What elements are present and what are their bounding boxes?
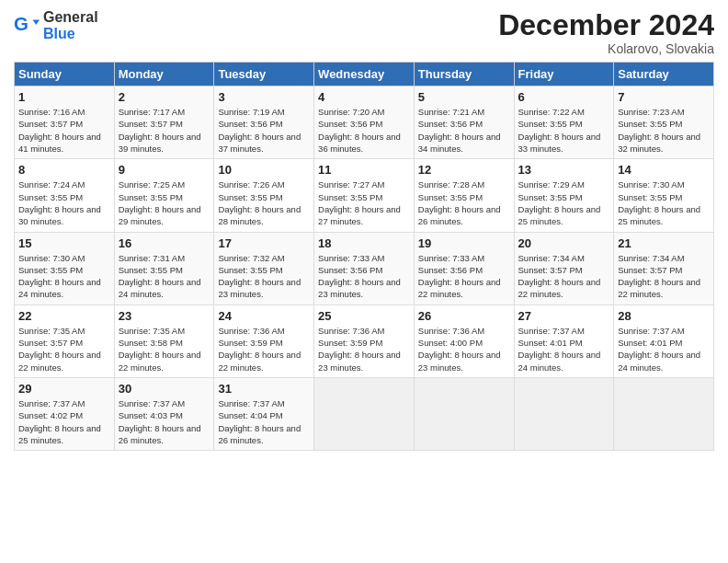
day-number: 8 <box>18 163 110 177</box>
day-info: Sunrise: 7:27 AMSunset: 3:55 PMDaylight:… <box>318 179 401 226</box>
day-info: Sunrise: 7:25 AMSunset: 3:55 PMDaylight:… <box>119 179 201 226</box>
calendar-cell: 3 Sunrise: 7:19 AMSunset: 3:56 PMDayligh… <box>214 86 314 159</box>
calendar-cell: 5 Sunrise: 7:21 AMSunset: 3:56 PMDayligh… <box>414 86 514 159</box>
day-number: 18 <box>318 236 410 250</box>
day-number: 5 <box>418 90 510 104</box>
day-info: Sunrise: 7:37 AMSunset: 4:04 PMDaylight:… <box>218 398 301 445</box>
header-row: G General Blue December 2024 Kolarovo, S… <box>14 9 714 56</box>
calendar-cell: 29 Sunrise: 7:37 AMSunset: 4:02 PMDaylig… <box>15 377 115 450</box>
calendar-cell: 9 Sunrise: 7:25 AMSunset: 3:55 PMDayligh… <box>114 159 214 232</box>
day-number: 14 <box>618 163 710 177</box>
day-number: 31 <box>218 382 310 396</box>
day-header-monday: Monday <box>114 63 214 86</box>
day-number: 1 <box>18 90 110 104</box>
day-info: Sunrise: 7:28 AMSunset: 3:55 PMDaylight:… <box>418 179 501 226</box>
calendar-cell: 11 Sunrise: 7:27 AMSunset: 3:55 PMDaylig… <box>314 159 415 232</box>
day-header-friday: Friday <box>514 63 614 86</box>
day-info: Sunrise: 7:35 AMSunset: 3:57 PMDaylight:… <box>18 326 101 373</box>
day-info: Sunrise: 7:26 AMSunset: 3:55 PMDaylight:… <box>218 179 301 226</box>
day-number: 7 <box>618 90 710 104</box>
location: Kolarovo, Slovakia <box>498 41 714 56</box>
calendar-cell: 31 Sunrise: 7:37 AMSunset: 4:04 PMDaylig… <box>214 377 314 450</box>
calendar-container: G General Blue December 2024 Kolarovo, S… <box>0 0 728 460</box>
day-number: 29 <box>18 382 110 396</box>
day-info: Sunrise: 7:23 AMSunset: 3:55 PMDaylight:… <box>618 107 700 154</box>
svg-marker-1 <box>33 19 40 25</box>
calendar-cell: 2 Sunrise: 7:17 AMSunset: 3:57 PMDayligh… <box>114 86 214 159</box>
calendar-cell: 4 Sunrise: 7:20 AMSunset: 3:56 PMDayligh… <box>314 86 415 159</box>
calendar-cell <box>414 377 514 450</box>
calendar-cell: 16 Sunrise: 7:31 AMSunset: 3:55 PMDaylig… <box>114 232 214 304</box>
logo-text: General Blue <box>43 9 98 42</box>
day-number: 27 <box>518 309 610 323</box>
day-info: Sunrise: 7:34 AMSunset: 3:57 PMDaylight:… <box>518 253 601 300</box>
calendar-cell: 6 Sunrise: 7:22 AMSunset: 3:55 PMDayligh… <box>514 86 614 159</box>
calendar-cell <box>614 377 714 450</box>
calendar-cell: 28 Sunrise: 7:37 AMSunset: 4:01 PMDaylig… <box>614 304 714 377</box>
calendar-header-row: SundayMondayTuesdayWednesdayThursdayFrid… <box>15 63 714 86</box>
day-number: 12 <box>418 163 510 177</box>
day-info: Sunrise: 7:34 AMSunset: 3:57 PMDaylight:… <box>618 253 700 300</box>
calendar-cell: 25 Sunrise: 7:36 AMSunset: 3:59 PMDaylig… <box>314 304 415 377</box>
calendar-cell: 8 Sunrise: 7:24 AMSunset: 3:55 PMDayligh… <box>15 159 115 232</box>
calendar-cell: 30 Sunrise: 7:37 AMSunset: 4:03 PMDaylig… <box>114 377 214 450</box>
day-header-sunday: Sunday <box>15 63 115 86</box>
calendar-cell: 24 Sunrise: 7:36 AMSunset: 3:59 PMDaylig… <box>214 304 314 377</box>
calendar-cell: 14 Sunrise: 7:30 AMSunset: 3:55 PMDaylig… <box>614 159 714 232</box>
day-info: Sunrise: 7:37 AMSunset: 4:01 PMDaylight:… <box>518 326 601 373</box>
day-number: 2 <box>119 90 210 104</box>
day-info: Sunrise: 7:36 AMSunset: 3:59 PMDaylight:… <box>318 326 401 373</box>
day-number: 19 <box>418 236 510 250</box>
day-number: 6 <box>518 90 610 104</box>
day-number: 24 <box>218 309 310 323</box>
day-number: 20 <box>518 236 610 250</box>
calendar-cell: 12 Sunrise: 7:28 AMSunset: 3:55 PMDaylig… <box>414 159 514 232</box>
day-number: 21 <box>618 236 710 250</box>
day-header-thursday: Thursday <box>414 63 514 86</box>
logo: G General Blue <box>14 9 98 42</box>
title-section: December 2024 Kolarovo, Slovakia <box>498 9 714 56</box>
logo-icon: G <box>14 13 40 39</box>
calendar-cell: 1 Sunrise: 7:16 AMSunset: 3:57 PMDayligh… <box>15 86 115 159</box>
day-number: 9 <box>119 163 210 177</box>
day-number: 3 <box>218 90 310 104</box>
day-number: 28 <box>618 309 710 323</box>
calendar-week-row: 22 Sunrise: 7:35 AMSunset: 3:57 PMDaylig… <box>15 304 714 377</box>
day-header-wednesday: Wednesday <box>314 63 415 86</box>
svg-text:G: G <box>14 13 28 34</box>
calendar-cell: 19 Sunrise: 7:33 AMSunset: 3:56 PMDaylig… <box>414 232 514 304</box>
day-info: Sunrise: 7:30 AMSunset: 3:55 PMDaylight:… <box>618 179 700 226</box>
day-header-saturday: Saturday <box>614 63 714 86</box>
calendar-cell: 18 Sunrise: 7:33 AMSunset: 3:56 PMDaylig… <box>314 232 415 304</box>
day-info: Sunrise: 7:35 AMSunset: 3:58 PMDaylight:… <box>119 326 201 373</box>
day-info: Sunrise: 7:16 AMSunset: 3:57 PMDaylight:… <box>18 107 101 154</box>
day-info: Sunrise: 7:22 AMSunset: 3:55 PMDaylight:… <box>518 107 601 154</box>
calendar-cell: 26 Sunrise: 7:36 AMSunset: 4:00 PMDaylig… <box>414 304 514 377</box>
day-number: 30 <box>119 382 210 396</box>
calendar-cell <box>514 377 614 450</box>
day-info: Sunrise: 7:33 AMSunset: 3:56 PMDaylight:… <box>318 253 401 300</box>
calendar-cell: 10 Sunrise: 7:26 AMSunset: 3:55 PMDaylig… <box>214 159 314 232</box>
day-number: 17 <box>218 236 310 250</box>
calendar-cell: 20 Sunrise: 7:34 AMSunset: 3:57 PMDaylig… <box>514 232 614 304</box>
day-info: Sunrise: 7:36 AMSunset: 4:00 PMDaylight:… <box>418 326 501 373</box>
day-info: Sunrise: 7:29 AMSunset: 3:55 PMDaylight:… <box>518 179 601 226</box>
calendar-cell: 22 Sunrise: 7:35 AMSunset: 3:57 PMDaylig… <box>15 304 115 377</box>
logo-general: General <box>43 9 98 25</box>
day-info: Sunrise: 7:31 AMSunset: 3:55 PMDaylight:… <box>119 253 201 300</box>
day-info: Sunrise: 7:37 AMSunset: 4:02 PMDaylight:… <box>18 398 101 445</box>
day-number: 10 <box>218 163 310 177</box>
calendar-week-row: 29 Sunrise: 7:37 AMSunset: 4:02 PMDaylig… <box>15 377 714 450</box>
day-info: Sunrise: 7:30 AMSunset: 3:55 PMDaylight:… <box>18 253 101 300</box>
day-number: 23 <box>119 309 210 323</box>
calendar-cell: 15 Sunrise: 7:30 AMSunset: 3:55 PMDaylig… <box>15 232 115 304</box>
calendar-cell <box>314 377 415 450</box>
day-header-tuesday: Tuesday <box>214 63 314 86</box>
day-info: Sunrise: 7:37 AMSunset: 4:03 PMDaylight:… <box>119 398 201 445</box>
calendar-cell: 21 Sunrise: 7:34 AMSunset: 3:57 PMDaylig… <box>614 232 714 304</box>
calendar-cell: 13 Sunrise: 7:29 AMSunset: 3:55 PMDaylig… <box>514 159 614 232</box>
calendar-cell: 27 Sunrise: 7:37 AMSunset: 4:01 PMDaylig… <box>514 304 614 377</box>
day-info: Sunrise: 7:19 AMSunset: 3:56 PMDaylight:… <box>218 107 301 154</box>
calendar-week-row: 8 Sunrise: 7:24 AMSunset: 3:55 PMDayligh… <box>15 159 714 232</box>
day-number: 13 <box>518 163 610 177</box>
